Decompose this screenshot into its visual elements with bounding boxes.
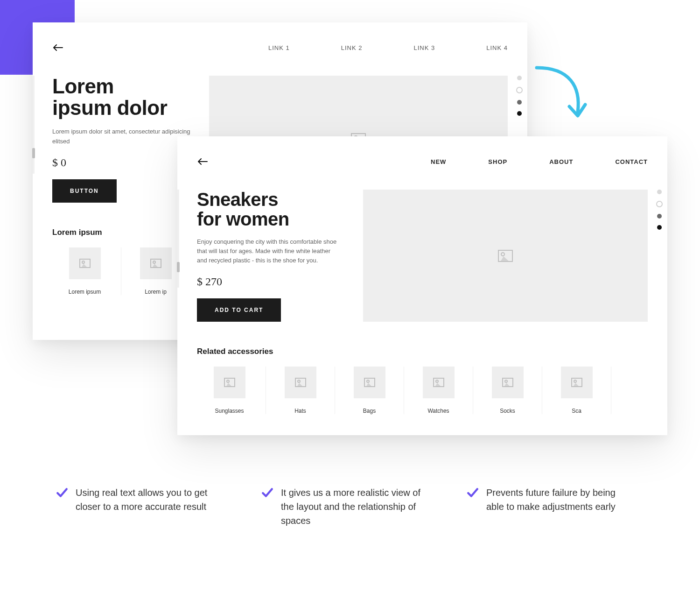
image-icon: [502, 378, 513, 387]
thumb-placeholder: [214, 367, 245, 398]
related-label: Bags: [363, 408, 376, 414]
mockup-content: Sneakers for women Enjoy conquering the …: [197, 190, 648, 322]
title-line-2: ipsum dolor: [52, 96, 167, 119]
color-dot-2[interactable]: [656, 201, 663, 207]
back-arrow-icon[interactable]: [52, 42, 63, 53]
image-icon: [79, 259, 91, 268]
related-label: Lorem ipsum: [69, 289, 101, 295]
title-line-1: Lorem: [52, 75, 114, 98]
mockup-image-placeholder: [363, 190, 648, 322]
image-icon: [433, 378, 444, 387]
image-icon: [224, 378, 235, 387]
image-icon: [571, 378, 582, 387]
benefits-row: Using real text allows you to get closer…: [56, 486, 635, 528]
related-label: Lorem ip: [145, 289, 167, 295]
mockup-title: Sneakers for women: [197, 190, 346, 229]
mockup-related-row: Sunglasses Hats Bags Watches Socks Sca: [197, 367, 648, 414]
mockup-text-col: Sneakers for women Enjoy conquering the …: [197, 190, 346, 322]
benefit-item: Prevents future failure by being able to…: [467, 486, 635, 528]
wireframe-desc: Lorem ipsum dolor sit amet, consectetur …: [52, 127, 192, 146]
related-label: Sca: [572, 408, 581, 414]
nav-link-shop[interactable]: SHOP: [488, 158, 507, 165]
nav-link-1[interactable]: LINK 1: [268, 44, 290, 51]
scroll-indicator[interactable]: [177, 190, 179, 288]
color-dot-3[interactable]: [517, 100, 522, 105]
add-to-cart-button[interactable]: ADD TO CART: [197, 298, 281, 322]
nav-link-3[interactable]: LINK 3: [414, 44, 435, 51]
check-icon: [261, 487, 273, 499]
mockup-price: $ 270: [197, 275, 346, 288]
arrow-annotation-icon: [527, 61, 593, 126]
benefit-item: It gives us a more realistic view of the…: [261, 486, 429, 528]
color-dot-4[interactable]: [657, 225, 662, 230]
check-icon: [56, 487, 68, 499]
wireframe-nav: LINK 1 LINK 2 LINK 3 LINK 4: [268, 44, 508, 51]
nav-link-contact[interactable]: CONTACT: [615, 158, 648, 165]
related-label: Socks: [500, 408, 515, 414]
color-dot-4[interactable]: [517, 111, 522, 116]
thumb-placeholder: [140, 247, 172, 279]
back-arrow-icon[interactable]: [197, 156, 208, 167]
wireframe-header: LINK 1 LINK 2 LINK 3 LINK 4: [52, 38, 508, 57]
related-label: Hats: [294, 408, 306, 414]
thumb-placeholder: [492, 367, 524, 398]
image-icon: [364, 378, 375, 387]
related-item-socks[interactable]: Socks: [473, 367, 542, 414]
nav-link-new[interactable]: NEW: [431, 158, 446, 165]
nav-link-about[interactable]: ABOUT: [549, 158, 573, 165]
image-icon: [295, 378, 306, 387]
wireframe-price: $ 0: [52, 156, 192, 169]
mockup-header: NEW SHOP ABOUT CONTACT: [197, 152, 648, 171]
related-item-sunglasses[interactable]: Sunglasses: [197, 367, 266, 414]
wireframe-text-col: Lorem ipsum dolor Lorem ipsum dolor sit …: [52, 76, 192, 203]
nav-link-4[interactable]: LINK 4: [486, 44, 508, 51]
mockup-nav: NEW SHOP ABOUT CONTACT: [431, 158, 648, 165]
thumb-placeholder: [561, 367, 593, 398]
thumb-placeholder: [423, 367, 455, 398]
mockup-color-dots: [656, 190, 663, 230]
benefit-text: Prevents future failure by being able to…: [486, 486, 635, 514]
mockup-desc: Enjoy conquering the city with this comf…: [197, 237, 337, 265]
mockup-related: Related accessories Sunglasses Hats Bags…: [197, 347, 648, 414]
image-icon: [150, 259, 161, 268]
color-dot-3[interactable]: [657, 214, 662, 219]
wireframe-color-dots: [516, 76, 523, 116]
nav-link-2[interactable]: LINK 2: [341, 44, 363, 51]
title-line-1: Sneakers: [197, 189, 278, 210]
thumb-placeholder: [285, 367, 316, 398]
related-label: Sunglasses: [215, 408, 244, 414]
wireframe-cta-button[interactable]: BUTTON: [52, 179, 117, 203]
related-label: Watches: [427, 408, 449, 414]
mockup-related-title: Related accessories: [197, 347, 648, 356]
benefit-text: It gives us a more realistic view of the…: [281, 486, 429, 528]
benefit-item: Using real text allows you to get closer…: [56, 486, 224, 528]
color-dot-1[interactable]: [517, 76, 522, 80]
related-item[interactable]: Lorem ipsum: [52, 247, 121, 295]
related-item-hats[interactable]: Hats: [266, 367, 335, 414]
thumb-placeholder: [69, 247, 101, 279]
scroll-indicator[interactable]: [33, 76, 35, 174]
title-line-2: for women: [197, 209, 289, 229]
wireframe-title: Lorem ipsum dolor: [52, 76, 192, 119]
related-item-bags[interactable]: Bags: [335, 367, 404, 414]
color-dot-2[interactable]: [516, 87, 523, 93]
check-icon: [467, 487, 479, 499]
color-dot-1[interactable]: [657, 190, 662, 194]
thumb-placeholder: [354, 367, 385, 398]
image-icon: [498, 250, 513, 262]
benefit-text: Using real text allows you to get closer…: [76, 486, 224, 514]
related-item-watches[interactable]: Watches: [404, 367, 473, 414]
mockup-card: NEW SHOP ABOUT CONTACT Sneakers for wome…: [177, 136, 667, 435]
related-item-scarves[interactable]: Sca: [542, 367, 611, 414]
